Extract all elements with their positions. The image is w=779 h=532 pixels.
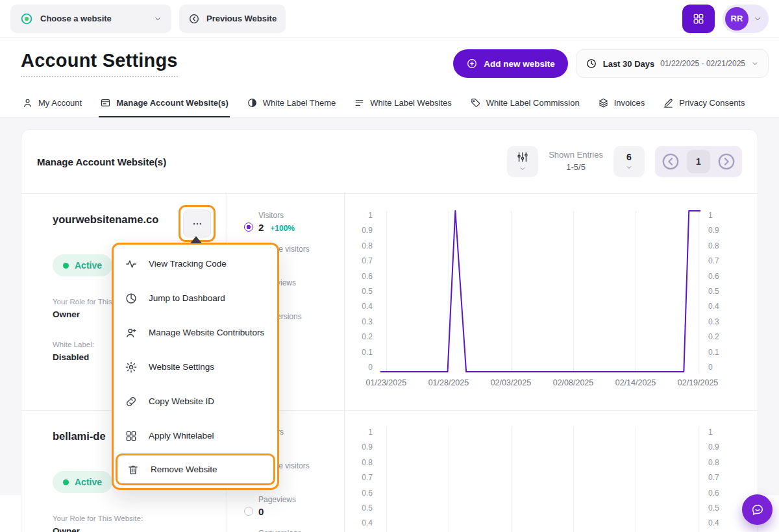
metric: Conversions (244, 529, 344, 532)
menu-item-view-tracking-code[interactable]: View Tracking Code (114, 247, 277, 281)
y-tick: 0.6 (708, 272, 719, 281)
plot-area: 01/23/202501/28/202502/03/202502/08/2025… (380, 211, 700, 372)
y-tick: 0.7 (708, 256, 719, 265)
pagination: 1 (655, 146, 742, 177)
tab-white-label-websites[interactable]: White Label Websites (352, 90, 453, 117)
tab-white-label-commission[interactable]: White Label Commission (469, 90, 581, 117)
y-axis-left: 10.90.80.70.60.50.40.30.20.10 (345, 211, 380, 372)
user-menu[interactable]: RR (723, 5, 769, 33)
layers-icon (598, 97, 609, 108)
more-options-button[interactable] (183, 210, 211, 237)
y-tick: 0.7 (362, 473, 373, 482)
contrast-icon (247, 97, 258, 108)
tab-privacy-consents[interactable]: Privacy Consents (662, 90, 746, 117)
status-dot (63, 479, 69, 485)
menu-item-jump-to-dashboard[interactable]: Jump to Dashboard (114, 281, 277, 315)
previous-website-button[interactable]: Previous Website (179, 5, 286, 33)
menu-caret (190, 236, 202, 243)
metric-value: 0 (258, 506, 264, 518)
current-page: 1 (687, 150, 710, 173)
menu-item-copy-website-id[interactable]: Copy Website ID (114, 384, 277, 418)
tab-manage-account-website-s[interactable]: Manage Account Website(s) (99, 90, 230, 117)
avatar: RR (725, 7, 748, 30)
trash-icon (127, 463, 140, 476)
metric-label: Pageviews (258, 495, 296, 504)
y-tick: 0.7 (708, 473, 719, 482)
previous-page-button[interactable] (660, 151, 682, 173)
arrow-right-circle-icon (716, 151, 737, 172)
choose-website-select[interactable]: Choose a website (10, 5, 171, 33)
shown-entries-value: 1-5/5 (549, 162, 603, 174)
y-tick: 0.3 (362, 317, 373, 326)
metric: Pageviews 0 (244, 495, 344, 529)
status-dot (63, 263, 69, 269)
chevron-down-icon (625, 163, 633, 171)
website-chart: 10.90.80.70.60.50.40.30.20.10 01/23/2025… (345, 194, 758, 410)
chevron-down-icon (519, 165, 526, 173)
add-new-website-button[interactable]: Add new website (453, 49, 568, 78)
activity-icon (125, 258, 138, 271)
y-tick: 0.8 (708, 241, 719, 250)
white-label-value: Disabled (53, 352, 89, 362)
y-tick: 0.1 (362, 348, 373, 357)
shown-entries-label: Shown Entries (549, 149, 603, 162)
y-tick: 0.7 (362, 256, 373, 265)
chevron-down-icon (751, 60, 759, 67)
website-name: yourwebsitename.co (53, 213, 158, 226)
role-value: Owner (53, 526, 80, 532)
y-tick: 0.5 (362, 287, 373, 296)
date-range-label: Last 30 Days (603, 59, 655, 69)
menu-item-remove-website[interactable]: Remove Website (116, 453, 275, 485)
grid-icon (125, 429, 138, 442)
metric: Visitors 2 +100% (244, 211, 344, 245)
y-tick: 0.5 (708, 503, 719, 513)
filter-button[interactable] (507, 146, 538, 177)
y-tick: 0.6 (362, 272, 373, 281)
y-tick: 0 (368, 363, 373, 372)
tab-invoices[interactable]: Invoices (597, 90, 647, 117)
browser-icon (100, 97, 111, 108)
y-tick: 0 (708, 363, 713, 372)
page-size-select[interactable]: 6 (613, 146, 645, 177)
metric-value: 2 (258, 222, 264, 234)
metric-radio[interactable] (244, 223, 253, 232)
chat-button[interactable] (742, 494, 773, 525)
x-tick: 02/03/2025 (491, 378, 532, 387)
sliders-icon (516, 151, 529, 163)
page-header: Account Settings Add new website Last 30… (0, 38, 779, 90)
menu-item-manage-website-contributors[interactable]: Manage Website Contributors (114, 315, 277, 350)
panel-header: Manage Account Website(s) Shown Entries … (21, 130, 758, 193)
y-tick: 0.6 (708, 489, 719, 498)
y-tick: 0.8 (362, 241, 373, 250)
tab-my-account[interactable]: My Account (21, 90, 83, 117)
metric-label: Visitors (258, 211, 295, 220)
tab-white-label-theme[interactable]: White Label Theme (245, 90, 338, 117)
list-icon (354, 97, 365, 108)
next-page-button[interactable] (715, 151, 737, 173)
page-size-value: 6 (626, 152, 632, 162)
date-range-picker[interactable]: Last 30 Days 01/22/2025 - 02/21/2025 (576, 49, 769, 78)
chevron-down-icon (753, 14, 762, 23)
y-tick: 0.5 (708, 287, 719, 296)
metric-radio[interactable] (244, 507, 253, 516)
website-name: bellami-de (53, 430, 106, 442)
y-tick: 1 (368, 211, 373, 220)
link-icon (125, 395, 138, 408)
menu-item-website-settings[interactable]: Website Settings (114, 350, 277, 384)
y-tick: 0.2 (362, 332, 373, 341)
apps-button[interactable] (682, 5, 715, 33)
shown-entries: Shown Entries 1-5/5 (549, 149, 603, 174)
apps-icon (692, 12, 705, 25)
choose-website-label: Choose a website (40, 14, 112, 23)
website-target-icon (19, 12, 34, 26)
y-tick: 0.8 (708, 458, 719, 467)
y-tick: 0.2 (708, 332, 719, 341)
y-tick: 0.8 (362, 458, 373, 467)
menu-item-apply-whitelabel[interactable]: Apply Whitelabel (114, 418, 277, 453)
gear-icon (125, 361, 138, 374)
top-bar: Choose a website Previous Website RR (0, 0, 779, 38)
status-badge: Active (53, 254, 112, 276)
page-title: Account Settings (21, 50, 178, 77)
plus-circle-icon (466, 58, 478, 69)
date-range-value: 01/22/2025 - 02/21/2025 (660, 59, 745, 68)
